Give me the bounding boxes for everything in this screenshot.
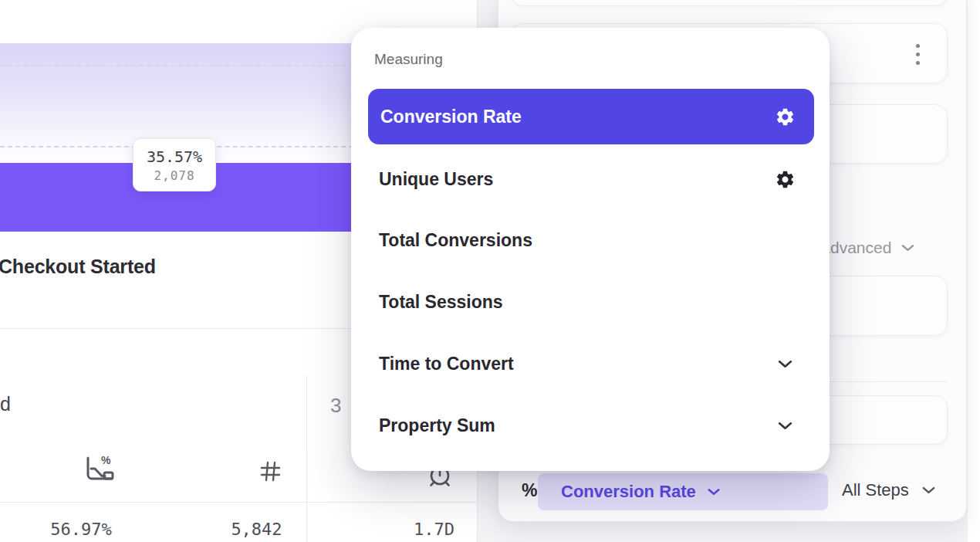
menu-item-unique-users[interactable]: Unique Users [368,151,814,207]
builder-row-card [511,0,948,6]
menu-item-total-conversions[interactable]: Total Conversions [368,212,814,268]
menu-item-total-sessions[interactable]: Total Sessions [368,274,814,330]
table-step-number: 3 [330,394,341,418]
chevron-down-icon [774,353,796,374]
screen: 35.57% 2,078 Checkout Started d 3 % [0,0,980,542]
funnel-step-label: Checkout Started [0,256,156,278]
tooltip-count: 2,078 [154,168,194,183]
menu-item-conversion-rate[interactable]: Conversion Rate [368,89,814,144]
table-value-count: 5,842 [208,517,305,542]
chevron-down-icon [707,487,721,496]
measurement-selector-button[interactable]: Conversion Rate [538,473,828,510]
menu-item-time-to-convert[interactable]: Time to Convert [368,336,814,391]
table-value-time: 1.7D [386,517,482,542]
column-divider [306,376,307,542]
steps-selector-button[interactable]: All Steps [842,480,936,500]
chevron-down-icon [901,243,915,252]
menu-item-label: Conversion Rate [380,107,522,127]
menu-item-label: Property Sum [379,415,495,436]
more-vertical-icon[interactable] [907,40,928,68]
count-icon [260,461,281,482]
menu-item-label: Unique Users [379,169,493,190]
menu-item-property-sum[interactable]: Property Sum [368,398,814,453]
advanced-label: Advanced [819,239,891,257]
svg-text:%: % [101,454,111,466]
page-edge [968,0,980,542]
menu-item-label: Total Conversions [379,230,532,251]
tooltip-rate: 35.57% [147,147,202,166]
advanced-toggle[interactable]: Advanced [819,239,915,257]
steps-selector-label: All Steps [842,480,909,500]
gear-icon[interactable] [774,168,796,190]
bar-tooltip: 35.57% 2,078 [133,138,216,191]
menu-item-label: Total Sessions [379,292,503,313]
chevron-down-icon [774,415,796,436]
measurement-selector-label: Conversion Rate [561,482,696,502]
table-header-truncated: d [0,393,11,415]
measuring-dropdown: Measuring Conversion Rate Unique Users T… [351,28,830,471]
gear-icon[interactable] [774,106,796,127]
divider [0,502,478,503]
chevron-down-icon [921,486,936,495]
table-value-conversion-rate: 56.97% [31,517,131,542]
percent-symbol: % [522,480,537,501]
dropdown-title: Measuring [374,51,443,68]
conversion-rate-icon: % [80,453,116,486]
menu-item-label: Time to Convert [379,354,514,374]
